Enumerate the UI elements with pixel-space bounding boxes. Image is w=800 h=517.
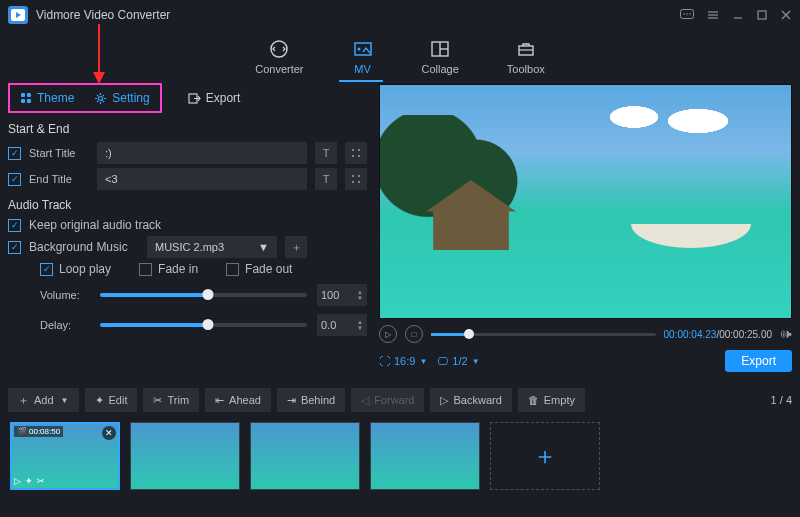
play-button[interactable]: ▷ [379, 325, 397, 343]
feedback-icon[interactable] [680, 9, 694, 21]
duration-badge: 🎬00:08:50 [14, 426, 63, 437]
nav-collage[interactable]: Collage [422, 38, 459, 75]
volume-label: Volume: [40, 289, 90, 301]
preview-panel: ▷ □ 00:00:04.23/00:00:25.00 🕪 ⛶16:9 ▼ 🖵1… [375, 82, 800, 378]
tab-theme[interactable]: Theme [10, 84, 84, 112]
mv-icon [352, 38, 374, 60]
tab-setting[interactable]: Setting [84, 84, 159, 112]
thumbnail-1[interactable]: 🎬00:08:50 ✕ ▷✦✂ [10, 422, 120, 490]
nav-converter[interactable]: Converter [255, 38, 303, 75]
delay-slider[interactable] [100, 323, 307, 327]
backward-icon: ▷ [440, 394, 448, 407]
trash-icon: 🗑 [528, 394, 539, 406]
grid-button-2[interactable] [345, 168, 367, 190]
annotation-highlight: Theme Setting [8, 83, 162, 113]
thumbnail-3[interactable] [250, 422, 360, 490]
bg-music-label: Background Music [29, 240, 139, 254]
export-icon [188, 92, 201, 105]
preview-video[interactable] [379, 84, 792, 319]
add-music-button[interactable]: ＋ [285, 236, 307, 258]
svg-point-27 [99, 96, 103, 100]
clip-icon: 🎬 [17, 427, 27, 436]
checkbox-loop[interactable]: ✓ [40, 263, 53, 276]
thumb-edit-icon[interactable]: ✦ [25, 476, 33, 486]
thumb-trim-icon[interactable]: ✂ [37, 476, 45, 486]
svg-point-3 [683, 13, 685, 15]
time-display: 00:00:04.23/00:00:25.00 [664, 329, 772, 340]
bg-music-select[interactable]: MUSIC 2.mp3 ▼ [147, 236, 277, 258]
svg-point-32 [358, 155, 360, 157]
delay-value[interactable]: 0.0▲▼ [317, 314, 367, 336]
svg-point-5 [689, 13, 691, 15]
start-title-input[interactable] [97, 142, 307, 164]
section-start-end: Start & End [8, 122, 367, 136]
titlebar: Vidmore Video Converter [0, 0, 800, 30]
add-thumbnail-button[interactable]: ＋ [490, 422, 600, 490]
svg-point-31 [352, 155, 354, 157]
clip-toolbar: ＋Add▼ ✦Edit ✂Trim ⇤Ahead ⇥Behind ◁Forwar… [0, 384, 800, 416]
empty-button[interactable]: 🗑Empty [518, 388, 585, 412]
volume-slider[interactable] [100, 293, 307, 297]
end-title-label: End Title [29, 173, 89, 185]
toolbox-icon [515, 38, 537, 60]
remove-thumb-button[interactable]: ✕ [102, 426, 116, 440]
menu-icon[interactable] [706, 9, 720, 21]
scale-select[interactable]: 🖵1/2 ▼ [437, 355, 479, 367]
aspect-ratio-select[interactable]: ⛶16:9 ▼ [379, 355, 427, 367]
section-audio: Audio Track [8, 198, 367, 212]
checkbox-keep-audio[interactable]: ✓ [8, 219, 21, 232]
checkbox-end-title[interactable]: ✓ [8, 173, 21, 186]
ahead-button[interactable]: ⇤Ahead [205, 388, 271, 412]
thumb-play-icon[interactable]: ▷ [14, 476, 21, 486]
tab-export[interactable]: Export [178, 84, 251, 112]
aspect-icon: ⛶ [379, 355, 390, 367]
checkbox-fadeout[interactable]: ✓ [226, 263, 239, 276]
stop-button[interactable]: □ [405, 325, 423, 343]
svg-rect-26 [27, 99, 31, 103]
svg-point-4 [686, 13, 688, 15]
settings-panel: Theme Setting Export Start & End ✓ Start… [0, 82, 375, 378]
close-icon[interactable] [780, 9, 792, 21]
page-indicator: 1 / 4 [771, 394, 792, 406]
svg-point-33 [352, 175, 354, 177]
volume-value[interactable]: 100▲▼ [317, 284, 367, 306]
svg-point-34 [358, 175, 360, 177]
thumbnail-2[interactable] [130, 422, 240, 490]
gear-icon [94, 92, 107, 105]
export-button[interactable]: Export [725, 350, 792, 372]
volume-icon[interactable]: 🕪 [780, 327, 792, 341]
main-nav: Converter MV Collage Toolbox [0, 30, 800, 82]
checkbox-bg-music[interactable]: ✓ [8, 241, 21, 254]
svg-rect-24 [27, 93, 31, 97]
checkbox-fadein[interactable]: ✓ [139, 263, 152, 276]
progress-bar[interactable] [431, 333, 656, 336]
nav-active-indicator [339, 80, 383, 82]
svg-point-36 [358, 181, 360, 183]
minimize-icon[interactable] [732, 9, 744, 21]
grid-button[interactable] [345, 142, 367, 164]
svg-point-35 [352, 181, 354, 183]
thumbnail-4[interactable] [370, 422, 480, 490]
font-button-2[interactable]: T [315, 168, 337, 190]
behind-button[interactable]: ⇥Behind [277, 388, 345, 412]
ahead-icon: ⇤ [215, 394, 224, 407]
add-button[interactable]: ＋Add▼ [8, 388, 79, 412]
edit-button[interactable]: ✦Edit [85, 388, 138, 412]
monitor-icon: 🖵 [437, 355, 448, 367]
font-button[interactable]: T [315, 142, 337, 164]
start-title-label: Start Title [29, 147, 89, 159]
delay-label: Delay: [40, 319, 90, 331]
svg-rect-23 [21, 93, 25, 97]
maximize-icon[interactable] [756, 9, 768, 21]
svg-rect-10 [758, 11, 766, 19]
nav-mv[interactable]: MV [352, 38, 374, 75]
wand-icon: ✦ [95, 394, 104, 407]
behind-icon: ⇥ [287, 394, 296, 407]
keep-audio-label: Keep original audio track [29, 218, 161, 232]
end-title-input[interactable] [97, 168, 307, 190]
forward-button[interactable]: ◁Forward [351, 388, 424, 412]
backward-button[interactable]: ▷Backward [430, 388, 511, 412]
checkbox-start-title[interactable]: ✓ [8, 147, 21, 160]
trim-button[interactable]: ✂Trim [143, 388, 199, 412]
nav-toolbox[interactable]: Toolbox [507, 38, 545, 75]
